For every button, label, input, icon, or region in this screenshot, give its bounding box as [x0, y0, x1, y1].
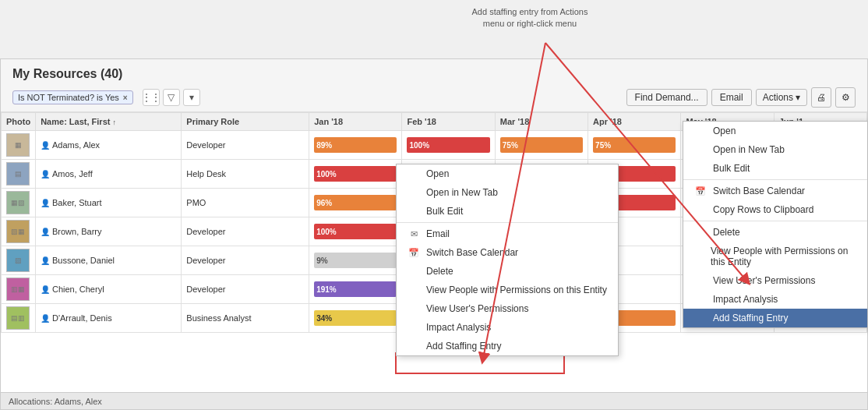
person-name-cell: 👤 Chien, Cheryl: [36, 275, 182, 304]
filter-icon[interactable]: ▽: [163, 89, 180, 106]
actions-button[interactable]: Actions ▾: [756, 89, 807, 106]
bottom-bar: Allocations: Adams, Alex: [1, 392, 867, 409]
person-name: Amos, Jeff: [52, 169, 93, 178]
allocation-bar: 75%: [593, 137, 676, 153]
print-button[interactable]: 🖨: [811, 87, 831, 108]
actions-menu-item-view-people-with-permissions-on-this-entity[interactable]: View People with Permissions on this Ent…: [683, 242, 867, 271]
context-menu-item-open[interactable]: Open: [397, 164, 618, 183]
photo-cell: ▦▧: [2, 189, 36, 217]
context-menu-item-add-staffing-entry[interactable]: Add Staffing Entry: [397, 337, 618, 355]
allocation-bar: 100%: [407, 137, 489, 153]
role-cell: Developer: [182, 275, 309, 304]
actions-menu-label: Open: [713, 125, 736, 136]
context-menu-item-bulk-edit[interactable]: Bulk Edit: [397, 202, 618, 221]
actions-menu-item-add-staffing-entry[interactable]: Add Staffing Entry: [683, 309, 867, 327]
actions-menu-label: Open in New Tab: [713, 144, 785, 155]
bar-cell: 9%: [309, 246, 402, 275]
actions-menu-item-impact-analysis[interactable]: Impact Analysis: [683, 290, 867, 309]
person-name: Brown, Barry: [52, 227, 102, 236]
actions-menu-item-view-user's-permissions[interactable]: View User's Permissions: [683, 271, 867, 290]
allocation-bar: 9%: [314, 253, 397, 268]
photo-cell: ▧: [2, 246, 36, 275]
context-menu-item-view-people-with-permissions-on-this-entity[interactable]: View People with Permissions on this Ent…: [397, 281, 618, 299]
actions-menu-item-switch-base-calendar[interactable]: 📅Switch Base Calendar: [683, 182, 867, 200]
bar-cell: 89%: [309, 131, 402, 160]
col-jan18: Jan '18: [309, 113, 402, 131]
settings-button[interactable]: ⚙: [835, 87, 856, 108]
photo-cell: ▤▥: [2, 304, 36, 333]
actions-menu-icon: 📅: [694, 186, 707, 196]
actions-menu-label: Copy Rows to Clipboard: [713, 204, 813, 215]
bar-cell: 96%: [309, 189, 402, 217]
print-icon: 🖨: [817, 92, 826, 103]
avatar: ▦▧: [6, 191, 30, 214]
col-photo: Photo: [2, 113, 36, 131]
allocation-bar: 100%: [314, 224, 397, 239]
allocation-bar: 75%: [500, 137, 583, 153]
context-menu-item-email[interactable]: ✉Email: [397, 224, 618, 243]
actions-dropdown-menu: OpenOpen in New TabBulk Edit📅Switch Base…: [683, 121, 868, 328]
person-name-cell: 👤 Brown, Barry: [36, 217, 182, 246]
context-menu-item-impact-analysis[interactable]: Impact Analysis: [397, 318, 618, 337]
chevron-down-icon[interactable]: ▾: [183, 89, 200, 106]
context-menu-label: Bulk Edit: [426, 206, 463, 217]
allocation-bar: 191%: [314, 281, 397, 297]
person-name: Bussone, Daniel: [52, 256, 115, 265]
actions-menu-label: Bulk Edit: [713, 163, 750, 174]
person-name: D'Arrault, Denis: [52, 313, 112, 323]
bar-cell: 191%: [309, 275, 402, 304]
filter-close-icon[interactable]: ×: [123, 94, 128, 102]
person-name-cell: 👤 Adams, Alex: [36, 131, 182, 160]
actions-menu-label: Delete: [713, 227, 740, 238]
actions-menu-item-delete[interactable]: Delete: [683, 223, 867, 242]
person-name: Baker, Stuart: [52, 198, 102, 207]
person-name-cell: 👤 Bussone, Daniel: [36, 246, 182, 275]
context-menu-label: Add Staffing Entry: [426, 341, 502, 352]
avatar: ▨▦: [6, 220, 30, 243]
actions-menu-item-open[interactable]: Open: [683, 122, 867, 140]
context-menu-item-switch-base-calendar[interactable]: 📅Switch Base Calendar: [397, 243, 618, 262]
bar-cell: 34%: [309, 304, 402, 333]
allocation-bar: 100%: [314, 166, 397, 182]
allocation-bar: 34%: [314, 310, 397, 326]
actions-menu-item-open-in-new-tab[interactable]: Open in New Tab: [683, 140, 867, 159]
avatar: ▤: [6, 162, 30, 186]
bar-cell: 75%: [495, 131, 587, 160]
col-name[interactable]: Name: Last, First ↑: [36, 113, 182, 131]
photo-cell: ▨▦: [2, 217, 36, 246]
role-cell: PMO: [182, 189, 309, 217]
email-button[interactable]: Email: [711, 89, 752, 106]
col-feb18: Feb '18: [402, 113, 495, 131]
actions-dropdown-icon: ▾: [796, 92, 800, 103]
right-click-context-menu: OpenOpen in New TabBulk Edit✉Email📅Switc…: [396, 164, 619, 356]
role-cell: Help Desk: [182, 160, 309, 189]
allocation-bar: 96%: [314, 195, 397, 210]
actions-menu-label: Add Staffing Entry: [713, 313, 789, 323]
bottom-bar-text: Allocations: Adams, Alex: [9, 397, 102, 406]
role-cell: Business Analyst: [182, 304, 309, 333]
context-menu-label: Impact Analysis: [426, 322, 491, 333]
avatar: ▧: [6, 249, 30, 272]
col-mar18: Mar '18: [495, 113, 587, 131]
person-name-cell: 👤 Baker, Stuart: [36, 189, 182, 217]
context-menu-label: Delete: [426, 266, 453, 277]
actions-menu-item-bulk-edit[interactable]: Bulk Edit: [683, 159, 867, 178]
person-name: Adams, Alex: [52, 140, 100, 150]
menu-icon[interactable]: ⋮⋮: [143, 89, 160, 106]
find-demand-button[interactable]: Find Demand...: [626, 89, 707, 106]
bar-cell: 75%: [588, 131, 681, 160]
avatar: ▦: [6, 133, 30, 157]
actions-menu-label: View People with Permissions on this Ent…: [711, 246, 856, 267]
person-name-cell: 👤 Amos, Jeff: [36, 160, 182, 189]
context-menu-label: Open in New Tab: [426, 187, 498, 198]
filter-tag[interactable]: Is NOT Terminated? is Yes ×: [12, 90, 133, 104]
context-menu-item-open-in-new-tab[interactable]: Open in New Tab: [397, 183, 618, 202]
context-menu-item-view-user's-permissions[interactable]: View User's Permissions: [397, 299, 618, 318]
avatar: ▥▦: [6, 277, 30, 301]
context-menu-item-delete[interactable]: Delete: [397, 262, 618, 281]
page-header: My Resources (40) Is NOT Terminated? is …: [1, 59, 867, 112]
page-title: My Resources (40): [12, 67, 856, 81]
gear-icon: ⚙: [842, 92, 850, 103]
allocation-bar: 89%: [314, 137, 397, 153]
actions-menu-item-copy-rows-to-clipboard[interactable]: Copy Rows to Clipboard: [683, 200, 867, 219]
